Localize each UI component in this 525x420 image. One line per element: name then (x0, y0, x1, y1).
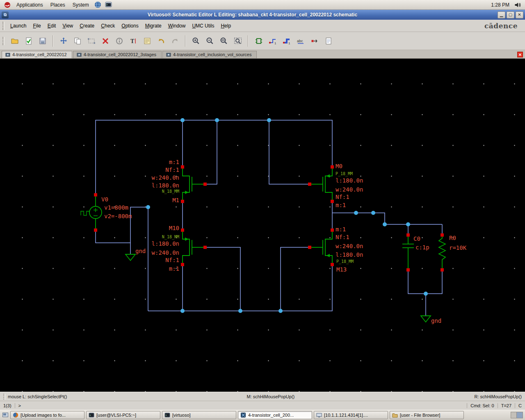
transistor-m10[interactable] (183, 230, 205, 265)
m13-m-label[interactable]: m:1 (336, 226, 346, 233)
create-wide-wire-button[interactable]: 1 (280, 34, 293, 47)
undo-button[interactable] (155, 34, 167, 47)
m1-l-label[interactable]: l:180.0n (152, 182, 179, 189)
properties-button[interactable] (141, 34, 153, 47)
task-upload-images[interactable]: [Upload images to fo... (10, 411, 84, 419)
show-desktop-button[interactable] (2, 412, 9, 418)
tab-4-transistor-cell-inclusion-vol-sources[interactable]: 4-transistor_cell_inclusion_vol_sources (162, 51, 257, 58)
create-pin-button[interactable] (308, 34, 321, 47)
maximize-button[interactable]: ▢ (507, 11, 514, 18)
minimize-button[interactable]: ▁ (498, 11, 505, 18)
zoom-to-fit-button[interactable] (231, 34, 244, 47)
tab-4-transistor-cell-20022012-3stages[interactable]: 4-transistor_cell_20022012_3stages (73, 51, 162, 58)
delete-button[interactable] (99, 34, 112, 47)
m10-model-label[interactable]: N_18_MM (162, 235, 179, 240)
m13-l-label[interactable]: l:180.0n (336, 251, 363, 258)
zoom-out-button[interactable] (203, 34, 216, 47)
schematic-canvas[interactable]: V0 v1=800m v2=-800m m:1 Nf:1 w:240.0n l:… (0, 59, 525, 392)
m13-w-label[interactable]: w:240.0n (336, 243, 363, 249)
copy-button[interactable] (71, 34, 84, 47)
create-wire-name-button[interactable]: abc (294, 34, 307, 47)
task-virtuoso-schematic[interactable]: 4-transistor_cell_200... (238, 411, 312, 419)
m0-m-label[interactable]: m:1 (336, 202, 346, 208)
window-titlebar[interactable]: ⧉ Virtuoso® Schematic Editor L Editing: … (0, 10, 525, 20)
zoom-to-selected-button[interactable] (217, 34, 230, 47)
redo-button[interactable] (169, 34, 181, 47)
transistor-m13[interactable] (310, 230, 332, 265)
create-note-button[interactable] (322, 34, 335, 47)
m0-model-label[interactable]: P_18_MM (336, 171, 353, 176)
m13-name-label[interactable]: M13 (336, 266, 347, 273)
save-button[interactable] (36, 34, 49, 47)
m13-nf-label[interactable]: Nf:1 (336, 234, 349, 240)
clock[interactable]: 1:28 PM (488, 2, 512, 8)
stretch-button[interactable] (85, 34, 98, 47)
m0-nf-label[interactable]: Nf:1 (336, 194, 349, 200)
task-virtuoso-terminal[interactable]: [virtuoso] (162, 411, 236, 419)
m0-w-label[interactable]: w:240.0n (336, 186, 363, 193)
close-button[interactable]: ✕ (516, 11, 523, 18)
move-button[interactable] (57, 34, 70, 47)
statusbar-grip[interactable] (3, 394, 5, 399)
task-remote-display[interactable]: [10.1.1.121.4314[1].... (314, 411, 388, 419)
create-wire-button[interactable]: 1 (266, 34, 279, 47)
component-v0[interactable] (81, 195, 102, 230)
m0-name-label[interactable]: M0 (336, 163, 342, 169)
menu-options[interactable]: Options (118, 21, 142, 30)
menu-create[interactable]: Create (76, 21, 98, 30)
applications-menu[interactable]: Applications (13, 1, 46, 9)
c0-value-label[interactable]: c:1p (415, 244, 429, 251)
add-text-button[interactable]: T (127, 34, 139, 47)
task-file-browser[interactable]: [user - File Browser] (390, 411, 464, 419)
check-and-save-button[interactable] (22, 34, 35, 47)
menu-migrate[interactable]: Migrate (142, 21, 165, 30)
volume-control[interactable] (514, 1, 521, 9)
gnd-symbol-left[interactable] (126, 254, 135, 260)
m0-l-label[interactable]: l:180.0n (336, 177, 363, 184)
m13-model-label[interactable]: P_18_MM (336, 259, 354, 264)
gnd-left-label[interactable]: gnd (135, 248, 146, 254)
component-c0[interactable] (402, 235, 414, 270)
menu-view[interactable]: View (59, 21, 76, 30)
command-input[interactable] (24, 403, 463, 409)
transistor-m1[interactable] (183, 167, 205, 201)
menu-edit[interactable]: Edit (44, 21, 59, 30)
workspace-switcher[interactable] (511, 412, 523, 418)
create-instance-button[interactable] (252, 34, 265, 47)
r0-value-label[interactable]: r=10K (449, 244, 467, 251)
m10-l-label[interactable]: l:180.0n (152, 240, 179, 247)
menu-umc-utils[interactable]: UMC Utils (189, 21, 217, 30)
m1-model-label[interactable]: N_18_MM (162, 189, 179, 194)
v0-param1-label[interactable]: v1=800m (104, 204, 128, 211)
menu-file[interactable]: File (30, 21, 44, 30)
task-terminal-vlsi[interactable]: [user@VLSI-PC5:~] (86, 411, 160, 419)
schematic-wires[interactable] (96, 120, 442, 316)
gnd-right-label[interactable]: gnd (431, 317, 441, 324)
m1-m-label[interactable]: m:1 (169, 159, 179, 165)
tab-4-transistor-cell-20022012[interactable]: 4-transistor_cell_20022012 (2, 51, 72, 58)
m10-m-label[interactable]: m:1 (169, 265, 179, 272)
v0-param2-label[interactable]: v2=-800m (104, 213, 132, 219)
distro-menu-icon[interactable] (4, 1, 11, 9)
transistor-m0[interactable] (310, 167, 332, 201)
menu-window[interactable]: Window (165, 21, 189, 30)
menu-launch[interactable]: Launch (7, 21, 30, 30)
r0-name-label[interactable]: R0 (449, 235, 456, 241)
web-browser-launcher[interactable] (94, 1, 102, 9)
object-info-button[interactable] (113, 34, 126, 47)
toolbar-grip[interactable] (2, 37, 5, 45)
zoom-in-button[interactable] (189, 34, 202, 47)
menu-help[interactable]: Help (217, 21, 234, 30)
v0-name-label[interactable]: V0 (101, 196, 108, 203)
m10-nf-label[interactable]: Nf:1 (165, 257, 179, 263)
m1-name-label[interactable]: M1 (172, 197, 179, 203)
m1-nf-label[interactable]: Nf:1 (165, 167, 179, 173)
open-button[interactable] (8, 34, 21, 47)
system-menu[interactable]: System (69, 1, 92, 9)
menubar-grip[interactable] (2, 22, 5, 30)
m1-w-label[interactable]: w:240.0n (152, 174, 179, 181)
menu-check[interactable]: Check (98, 21, 118, 30)
terminal-launcher[interactable] (105, 1, 112, 9)
m10-w-label[interactable]: w:240.0n (152, 249, 179, 256)
c0-name-label[interactable]: C0 (413, 235, 420, 242)
